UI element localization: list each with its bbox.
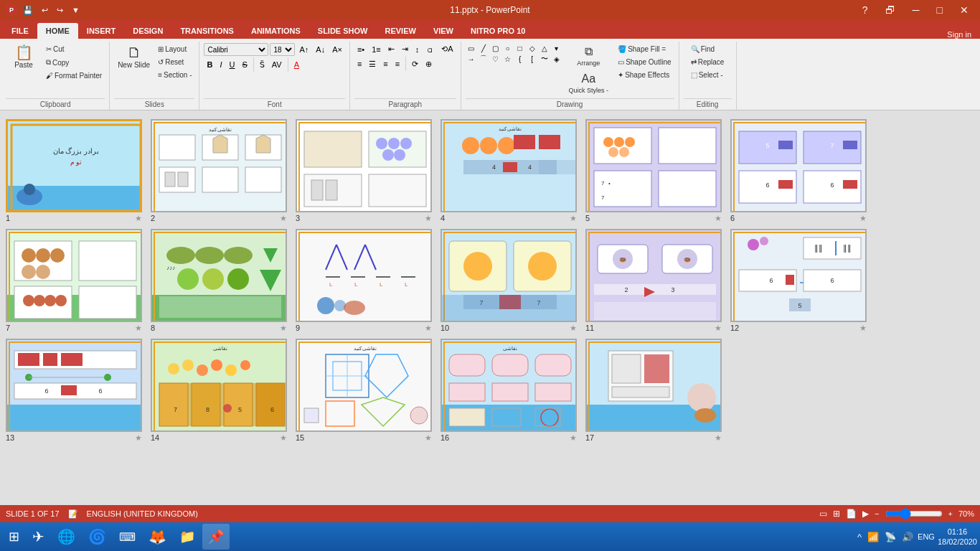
slide-item-4[interactable]: نقاشی کنید 4 4 4 ★ xyxy=(440,119,577,223)
shape-tri[interactable]: △ xyxy=(539,43,550,53)
taskbar-telegram[interactable]: ✈ xyxy=(27,524,50,550)
decrease-indent-btn[interactable]: ⇤ xyxy=(385,43,397,55)
taskbar-keyboard[interactable]: ⌨ xyxy=(113,524,141,550)
shape-flow[interactable]: ◈ xyxy=(551,54,562,64)
slide-item-16[interactable]: نقاشی 16 ★ xyxy=(440,339,577,443)
shape-line[interactable]: ╱ xyxy=(478,43,489,53)
shape-heart[interactable]: ♡ xyxy=(490,54,501,64)
find-btn[interactable]: 🔍 Find xyxy=(688,43,717,55)
new-slide-btn[interactable]: 🗋 New Slide xyxy=(114,43,154,71)
normal-view-btn[interactable]: ▭ xyxy=(819,509,827,519)
tray-chevron[interactable]: ^ xyxy=(856,530,863,544)
tab-transitions[interactable]: TRANSITIONS xyxy=(171,23,242,39)
align-center-btn[interactable]: ☰ xyxy=(366,58,379,70)
save-qat-btn[interactable]: 💾 xyxy=(20,4,36,17)
taskbar-firefox[interactable]: 🦊 xyxy=(143,524,172,550)
shape-outline-btn[interactable]: ▭ Shape Outline xyxy=(615,56,674,68)
taskbar-app3[interactable]: 🌀 xyxy=(83,524,112,550)
shape-arrow[interactable]: → xyxy=(466,54,477,64)
taskbar-ie[interactable]: 🌐 xyxy=(52,524,81,550)
slide-sorter-btn[interactable]: ⊞ xyxy=(833,509,840,519)
redo-qat-btn[interactable]: ↪ xyxy=(54,4,66,17)
slide-item-9[interactable]: L L L L 9 ★ xyxy=(296,229,432,333)
slide-item-8[interactable]: ♪♪♪ 8 ★ xyxy=(151,229,287,333)
restore-btn[interactable]: 🗗 xyxy=(880,0,901,20)
bullets-btn[interactable]: ≡• xyxy=(354,44,367,55)
slide-item-14[interactable]: نقاشی 7 8 xyxy=(151,339,287,443)
justify-btn[interactable]: ≡ xyxy=(392,58,402,70)
slideshow-btn[interactable]: ▶ xyxy=(862,509,869,519)
slide-item-2[interactable]: نقاشی کنید 2 ★ xyxy=(151,119,287,223)
clear-format-btn[interactable]: A× xyxy=(329,44,345,55)
numbering-btn[interactable]: 1≡ xyxy=(369,44,384,55)
tray-network[interactable]: 📶 xyxy=(866,530,880,544)
italic-btn[interactable]: I xyxy=(217,59,225,70)
text-direction-btn[interactable]: ⟲A xyxy=(438,43,456,55)
align-left-btn[interactable]: ≡ xyxy=(354,58,364,70)
shape-curve[interactable]: ⌒ xyxy=(478,54,489,64)
slide-item-11[interactable]: 🍩 🍩 2 3 11 ★ xyxy=(585,229,722,333)
undo-qat-btn[interactable]: ↩ xyxy=(39,4,51,17)
slide-item-7[interactable]: 7 ★ xyxy=(6,229,142,333)
tab-animations[interactable]: ANIMATIONS xyxy=(242,23,309,39)
start-btn[interactable]: ⊞ xyxy=(3,524,25,550)
shape-rounded[interactable]: ▢ xyxy=(490,43,501,53)
copy-btn[interactable]: ⧉ Copy xyxy=(43,56,105,69)
strikethrough-btn[interactable]: S xyxy=(239,59,250,70)
slide-item-17[interactable]: 17 ★ xyxy=(585,339,722,443)
arrange-btn[interactable]: ⧉ Arrange xyxy=(565,43,613,69)
align-right-btn[interactable]: ≡ xyxy=(380,58,390,70)
shape-square[interactable]: □ xyxy=(514,43,526,53)
font-size-select[interactable]: 18 xyxy=(270,43,295,56)
slide-item-13[interactable]: 6 6 13 ★ xyxy=(6,339,142,443)
help-btn[interactable]: ? xyxy=(857,0,874,20)
shape-wave[interactable]: 〜 xyxy=(539,54,550,64)
shape-brace[interactable]: { xyxy=(514,54,526,64)
slide-thumb-17[interactable] xyxy=(585,339,722,432)
underline-btn[interactable]: U xyxy=(227,59,238,70)
zoom-minus-btn[interactable]: − xyxy=(875,509,879,518)
bold-btn[interactable]: B xyxy=(204,59,215,70)
customize-qat-btn[interactable]: ▼ xyxy=(69,4,83,16)
layout-btn[interactable]: ⊞ Layout xyxy=(155,43,194,55)
reading-view-btn[interactable]: 📄 xyxy=(846,509,857,519)
shape-star[interactable]: ☆ xyxy=(502,54,514,64)
slide-thumb-7[interactable] xyxy=(6,229,142,322)
tab-file[interactable]: FILE xyxy=(3,23,37,39)
format-painter-btn[interactable]: 🖌 Format Painter xyxy=(43,70,105,82)
taskbar-powerpoint-active[interactable]: 📌 xyxy=(202,524,230,550)
slide-item-10[interactable]: 7 7 10 ★ xyxy=(440,229,577,333)
close-btn[interactable]: ✕ xyxy=(954,0,974,20)
slide-thumb-3[interactable] xyxy=(296,119,432,212)
select-btn[interactable]: ⬚ Select - xyxy=(688,69,726,81)
tray-signal[interactable]: 📡 xyxy=(883,530,897,544)
shape-diamond[interactable]: ◇ xyxy=(527,43,538,53)
shape-more[interactable]: ▾ xyxy=(551,43,562,53)
reset-btn[interactable]: ↺ Reset xyxy=(155,56,194,68)
maximize-btn[interactable]: □ xyxy=(931,0,948,20)
slide-thumb-13[interactable]: 6 6 xyxy=(6,339,142,432)
tab-insert[interactable]: INSERT xyxy=(78,23,124,39)
tab-nitro[interactable]: NITRO PRO 10 xyxy=(462,23,534,39)
section-btn[interactable]: ≡ Section - xyxy=(155,69,194,81)
paste-btn[interactable]: 📋 Paste xyxy=(6,43,42,71)
slide-item-12[interactable]: ‖‖ ‖‖ 6 6 5 12 ★ xyxy=(730,229,867,333)
slide-thumb-11[interactable]: 🍩 🍩 2 3 xyxy=(585,229,722,322)
tab-design[interactable]: DESIGN xyxy=(124,23,171,39)
slide-thumb-6[interactable]: 5 7 6 6 xyxy=(730,119,867,212)
cut-btn[interactable]: ✂ Cut xyxy=(43,43,105,55)
slide-thumb-8[interactable]: ♪♪♪ xyxy=(151,229,287,322)
slide-thumb-1[interactable]: برادر بزرگ مان تو م xyxy=(6,119,142,212)
slide-thumb-14[interactable]: نقاشی 7 8 xyxy=(151,339,287,432)
quick-styles-btn[interactable]: Aa Quick Styles - xyxy=(565,70,613,96)
slide-thumb-15[interactable]: نقاشی کنید xyxy=(296,339,432,432)
tab-home[interactable]: HOME xyxy=(37,23,78,39)
sign-in-link[interactable]: Sign in xyxy=(938,30,980,39)
convert-smartart-btn[interactable]: ⊕ xyxy=(423,58,435,70)
font-size-down-btn[interactable]: A↓ xyxy=(313,44,328,55)
shape-rect[interactable]: ▭ xyxy=(466,43,477,53)
notes-btn[interactable]: 📝 xyxy=(68,509,78,519)
minimize-btn[interactable]: ─ xyxy=(907,0,925,20)
shape-fill-btn[interactable]: 🪣 Shape Fill = xyxy=(615,43,674,55)
shape-bracket[interactable]: [ xyxy=(527,54,538,64)
